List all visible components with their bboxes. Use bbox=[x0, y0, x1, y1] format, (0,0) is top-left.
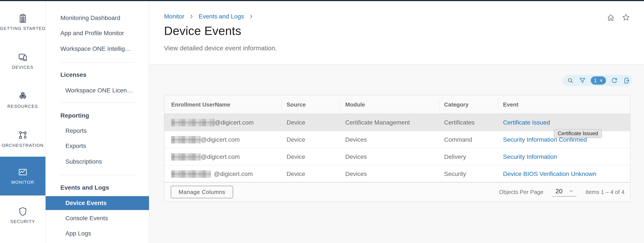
pagination-controls: Objects Per Page 20 Items 1 – 4 of 4 bbox=[499, 183, 624, 202]
cell-source: Device bbox=[286, 165, 305, 183]
manage-columns-button[interactable]: Manage Columns bbox=[171, 186, 233, 198]
table-row[interactable]: @digicert.comDeviceDevicesDeliverySecuri… bbox=[164, 148, 630, 165]
nav-item-reports[interactable]: Reports bbox=[46, 125, 149, 137]
table-footer: Manage Columns Objects Per Page 20 Items… bbox=[164, 183, 630, 202]
cell-source: Device bbox=[286, 148, 305, 165]
objects-per-page-value: 20 bbox=[556, 188, 562, 195]
nav-item-console-events[interactable]: Console Events bbox=[46, 212, 149, 224]
chevron-down-icon bbox=[568, 188, 574, 194]
sidebar-item-resources[interactable]: RESOURCES bbox=[0, 91, 46, 111]
table-header: Enrollment UserNameSourceModuleCategoryE… bbox=[164, 95, 630, 114]
table-row[interactable]: @digicert.comDeviceDevicesSecurityDevice… bbox=[164, 165, 630, 183]
clipboard-icon bbox=[18, 13, 28, 23]
nav-item-device-events[interactable]: Device Events bbox=[46, 196, 149, 210]
cell-event: Certificate Issued bbox=[503, 114, 550, 131]
column-header-category[interactable]: Category bbox=[444, 95, 469, 114]
cell-module: Devices bbox=[345, 165, 367, 183]
nav-item-subscriptions[interactable]: Subscriptions bbox=[46, 156, 149, 168]
filter-icon[interactable] bbox=[579, 77, 586, 84]
sidebar-label-getting-started: GETTING STARTED bbox=[0, 26, 46, 31]
nav-item-monitoring-dashboard[interactable]: Monitoring Dashboard bbox=[46, 12, 149, 24]
breadcrumb: Monitor Events and Logs bbox=[164, 13, 254, 20]
column-header-module[interactable]: Module bbox=[345, 95, 365, 114]
nav-item-events-and-logs[interactable]: Events and Logs bbox=[46, 182, 149, 194]
column-header-source[interactable]: Source bbox=[286, 95, 306, 114]
username-domain: @digicert.com bbox=[201, 136, 240, 143]
cell-event: Device BIOS Verification Unknown bbox=[503, 165, 596, 183]
objects-per-page-label: Objects Per Page bbox=[499, 189, 544, 196]
sidebar-label-security: SECURITY bbox=[10, 219, 35, 224]
cell-event: Security Information bbox=[503, 148, 557, 165]
cell-enrollment-username: @digicert.com bbox=[171, 131, 240, 148]
redacted-username bbox=[171, 170, 211, 178]
nav-item-exports[interactable]: Exports bbox=[46, 140, 149, 152]
device-events-table: Enrollment UserNameSourceModuleCategoryE… bbox=[164, 95, 630, 202]
event-tooltip: Certificate Issued bbox=[554, 129, 602, 138]
sidebar-item-orchestration[interactable]: ORCHESTRATION bbox=[0, 130, 46, 150]
username-domain: @digicert.com bbox=[201, 153, 240, 160]
event-link[interactable]: Device BIOS Verification Unknown bbox=[503, 171, 596, 178]
home-icon[interactable] bbox=[606, 13, 615, 23]
cell-category: Security bbox=[444, 165, 466, 183]
secondary-sidebar: Monitoring DashboardApp and Profile Moni… bbox=[46, 0, 149, 243]
cell-module: Certificate Management bbox=[345, 114, 410, 131]
main-content: Monitor Events and Logs Device Events Vi… bbox=[149, 1, 644, 243]
cell-enrollment-username: @digicert.com bbox=[171, 165, 253, 183]
orchestration-icon bbox=[18, 130, 28, 140]
username-domain: @digicert.com bbox=[214, 171, 253, 178]
redacted-username bbox=[171, 136, 201, 143]
search-icon[interactable] bbox=[567, 77, 574, 84]
chevron-right-icon bbox=[248, 14, 254, 19]
devices-icon bbox=[18, 52, 28, 62]
event-link[interactable]: Security Information bbox=[503, 153, 557, 160]
favorite-star-icon[interactable] bbox=[622, 13, 630, 23]
table-row[interactable]: @digicert.comDeviceCertificate Managemen… bbox=[164, 114, 630, 131]
nav-item-app-logs[interactable]: App Logs bbox=[46, 227, 149, 240]
username-domain: @digicert.com bbox=[215, 119, 254, 126]
column-divider bbox=[439, 98, 439, 111]
breadcrumb-events-and-logs-link[interactable]: Events and Logs bbox=[198, 13, 244, 20]
filter-count: 1 bbox=[594, 77, 597, 83]
items-summary: Items 1 – 4 of 4 bbox=[586, 189, 624, 196]
workspace-one-console: GETTING STARTEDDEVICESRESOURCESORCHESTRA… bbox=[0, 0, 644, 243]
objects-per-page-select[interactable]: 20 bbox=[552, 188, 576, 197]
sidebar-item-security[interactable]: SECURITY bbox=[0, 207, 46, 227]
nav-item-licenses[interactable]: Licenses bbox=[46, 69, 149, 81]
export-icon[interactable] bbox=[623, 77, 630, 84]
breadcrumb-monitor-link[interactable]: Monitor bbox=[164, 13, 184, 20]
page-subtitle: View detailed device event information. bbox=[164, 44, 277, 52]
redacted-username bbox=[171, 153, 201, 161]
cell-enrollment-username: @digicert.com bbox=[171, 148, 240, 165]
redacted-username bbox=[171, 119, 215, 126]
column-header-enrollment-username[interactable]: Enrollment UserName bbox=[171, 95, 230, 114]
sidebar-item-devices[interactable]: DEVICES bbox=[0, 52, 46, 72]
sidebar-item-monitor[interactable]: MONITOR bbox=[0, 157, 46, 196]
cell-module: Devices bbox=[345, 131, 367, 148]
cell-category: Delivery bbox=[444, 148, 466, 165]
column-divider bbox=[281, 98, 282, 111]
active-filter-badge[interactable]: 1 ✕ bbox=[591, 76, 606, 85]
column-header-event[interactable]: Event bbox=[503, 95, 518, 114]
nav-item-reporting[interactable]: Reporting bbox=[46, 110, 149, 122]
nav-divider bbox=[60, 175, 135, 175]
nav-divider bbox=[60, 62, 135, 62]
sidebar-label-resources: RESOURCES bbox=[8, 104, 38, 109]
cubes-icon bbox=[18, 91, 28, 101]
nav-item-app-and-profile-monitor[interactable]: App and Profile Monitor bbox=[46, 27, 149, 39]
event-link[interactable]: Certificate Issued bbox=[503, 119, 550, 126]
nav-item-workspace-one-intellig[interactable]: Workspace ONE Intellig… bbox=[46, 43, 149, 55]
cell-source: Device bbox=[286, 114, 305, 131]
cell-source: Device bbox=[286, 131, 305, 148]
page-title: Device Events bbox=[164, 24, 241, 38]
sidebar-label-orchestration: ORCHESTRATION bbox=[2, 143, 44, 148]
nav-item-workspace-one-licen[interactable]: Workspace ONE Licen… bbox=[46, 84, 149, 97]
sidebar-item-getting-started[interactable]: GETTING STARTED bbox=[0, 13, 46, 33]
refresh-icon[interactable] bbox=[611, 77, 618, 84]
datagrid-toolbar: 1 ✕ bbox=[562, 75, 632, 86]
clear-filter-icon[interactable]: ✕ bbox=[600, 78, 603, 83]
cell-category: Certificates bbox=[444, 114, 474, 131]
shield-icon bbox=[18, 207, 28, 217]
quick-actions bbox=[606, 13, 630, 23]
sidebar-label-devices: DEVICES bbox=[12, 65, 34, 70]
monitor-chart-icon bbox=[18, 167, 28, 177]
